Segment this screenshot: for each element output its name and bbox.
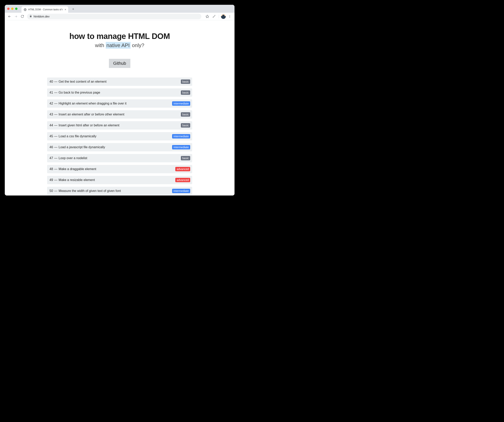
subtitle-post: only?	[131, 42, 144, 48]
item-number: 42	[49, 102, 53, 105]
toolbar-divider	[219, 14, 219, 18]
level-badge: basic	[181, 112, 190, 117]
list-item[interactable]: 48—Make a draggable elementadvanced	[47, 165, 192, 173]
level-badge: basic	[181, 156, 190, 160]
item-number: 44	[49, 124, 53, 127]
item-separator: —	[54, 156, 57, 160]
profile-avatar[interactable]	[221, 14, 226, 19]
item-title: Make a draggable element	[59, 167, 175, 171]
item-separator: —	[54, 135, 57, 138]
item-number: 47	[49, 156, 53, 160]
item-separator: —	[54, 145, 57, 149]
item-title: Loop over a nodelist	[59, 156, 181, 160]
level-badge: intermediate	[172, 145, 190, 149]
level-badge: advanced	[175, 167, 190, 171]
hero-section: how to manage HTML DOM with native API o…	[5, 20, 234, 68]
wand-icon[interactable]	[211, 14, 217, 19]
toolbar-right	[204, 14, 233, 19]
svg-marker-2	[206, 15, 209, 18]
item-number: 50	[49, 189, 53, 193]
item-title: Highlight an element when dragging a fil…	[59, 102, 172, 105]
item-title: Insert an element after or before other …	[59, 113, 181, 116]
forward-button[interactable]	[13, 14, 19, 19]
url-text: htmldom.dev	[34, 15, 49, 18]
item-separator: —	[54, 91, 57, 94]
item-separator: —	[54, 189, 57, 193]
item-title: Measure the width of given text of given…	[59, 189, 172, 193]
window-close-button[interactable]	[7, 7, 10, 10]
item-title: Make a resizable element	[59, 178, 175, 182]
item-separator: —	[54, 178, 57, 182]
item-title: Insert given html after or before an ele…	[59, 124, 181, 127]
tab-close-button[interactable]: ×	[65, 8, 66, 11]
list-item[interactable]: 46—Load a javascript file dynamicallyint…	[47, 143, 192, 151]
item-title: Load a javascript file dynamically	[59, 145, 172, 149]
item-separator: —	[54, 124, 57, 127]
window-minimize-button[interactable]	[11, 7, 13, 10]
browser-tab[interactable]: HTML DOM - Common tasks of r ×	[21, 6, 68, 13]
item-number: 46	[49, 145, 53, 149]
list-item[interactable]: 43—Insert an element after or before oth…	[47, 110, 192, 119]
address-bar[interactable]: htmldom.dev	[27, 14, 201, 19]
page-content[interactable]: how to manage HTML DOM with native API o…	[5, 20, 234, 196]
window-controls	[7, 7, 18, 10]
item-title: Load a css file dynamically	[59, 135, 172, 138]
item-separator: —	[54, 102, 57, 105]
level-badge: intermediate	[172, 189, 190, 193]
item-number: 45	[49, 135, 53, 138]
subtitle-highlight: native API	[106, 42, 131, 49]
item-number: 48	[49, 167, 53, 171]
item-title: Go back to the previous page	[59, 91, 181, 94]
list-item[interactable]: 44—Insert given html after or before an …	[47, 121, 192, 130]
item-number: 41	[49, 91, 53, 94]
star-icon[interactable]	[204, 14, 210, 19]
reload-button[interactable]	[19, 14, 25, 19]
list-item[interactable]: 49—Make a resizable elementadvanced	[47, 176, 192, 184]
tab-bar: HTML DOM - Common tasks of r × +	[5, 5, 234, 13]
item-number: 40	[49, 80, 53, 83]
item-separator: —	[54, 167, 57, 171]
tab-title: HTML DOM - Common tasks of r	[28, 8, 63, 11]
item-separator: —	[54, 80, 57, 83]
item-title: Get the text content of an element	[59, 80, 181, 83]
subtitle-pre: with	[95, 42, 106, 48]
svg-point-3	[229, 15, 230, 16]
svg-point-5	[229, 17, 230, 18]
menu-icon[interactable]	[227, 14, 233, 19]
github-button[interactable]: Github	[109, 59, 131, 68]
browser-window: HTML DOM - Common tasks of r × + htmldom…	[5, 5, 234, 196]
level-badge: intermediate	[172, 134, 190, 138]
back-button[interactable]	[7, 14, 12, 19]
list-item[interactable]: 42—Highlight an element when dragging a …	[47, 99, 192, 108]
item-number: 49	[49, 178, 53, 182]
browser-toolbar: htmldom.dev	[5, 13, 234, 20]
page-heading: how to manage HTML DOM	[5, 32, 234, 41]
item-separator: —	[54, 113, 57, 116]
level-badge: intermediate	[172, 101, 190, 106]
list-item[interactable]: 40—Get the text content of an elementbas…	[47, 77, 192, 86]
window-maximize-button[interactable]	[15, 7, 18, 10]
article-list: 40—Get the text content of an elementbas…	[47, 77, 192, 195]
lock-icon	[30, 15, 32, 18]
list-item[interactable]: 50—Measure the width of given text of gi…	[47, 187, 192, 195]
svg-point-4	[229, 16, 230, 17]
level-badge: basic	[181, 79, 190, 84]
level-badge: advanced	[175, 178, 190, 182]
globe-icon	[24, 8, 27, 11]
list-item[interactable]: 47—Loop over a nodelistbasic	[47, 154, 192, 162]
new-tab-button[interactable]: +	[72, 7, 74, 11]
level-badge: basic	[181, 90, 190, 95]
item-number: 43	[49, 113, 53, 116]
level-badge: basic	[181, 123, 190, 128]
list-item[interactable]: 45—Load a css file dynamicallyintermedia…	[47, 132, 192, 141]
page-subtitle: with native API only?	[5, 42, 234, 48]
list-item[interactable]: 41—Go back to the previous pagebasic	[47, 89, 192, 97]
